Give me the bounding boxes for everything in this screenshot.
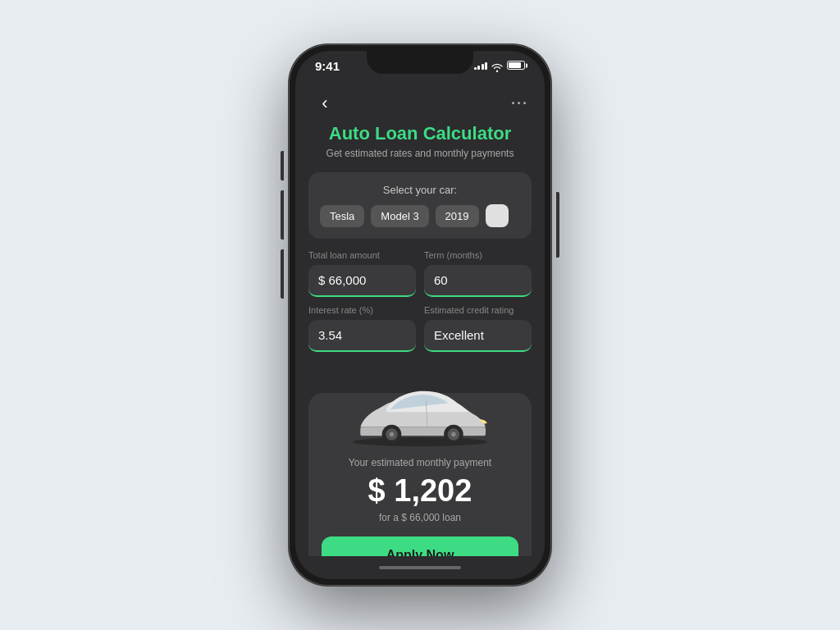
home-indicator (295, 556, 545, 579)
svg-point-7 (451, 432, 455, 436)
page-title: Auto Loan Calculator (312, 123, 528, 144)
apply-now-button[interactable]: Apply Now (322, 536, 518, 556)
term-label: Term (months) (424, 250, 532, 260)
car-selector-label: Select your car: (320, 184, 520, 196)
term-input[interactable]: 60 (424, 265, 532, 297)
battery-icon (507, 61, 525, 70)
status-time: 9:41 (315, 59, 340, 73)
car-year-tag[interactable]: 2019 (436, 205, 479, 227)
volume-mute-button (281, 151, 284, 180)
loan-amount-label: Total loan amount (308, 250, 416, 260)
interest-rate-input[interactable]: 3.54 (308, 320, 416, 352)
more-button[interactable]: ··· (511, 95, 528, 112)
notch (367, 51, 473, 74)
results-section: Your estimated monthly payment $ 1,202 f… (308, 393, 532, 556)
car-color-picker[interactable] (486, 204, 509, 227)
volume-down-button (281, 249, 284, 299)
car-image-container (322, 373, 518, 447)
interest-rate-field: Interest rate (%) 3.54 (308, 305, 416, 352)
loan-amount-input[interactable]: $ 66,000 (308, 265, 416, 297)
credit-rating-label: Estimated credit rating (424, 305, 532, 315)
status-icons (474, 61, 526, 70)
loan-amount-field: Total loan amount $ 66,000 (308, 250, 416, 297)
home-bar (379, 566, 461, 569)
header: Auto Loan Calculator Get estimated rates… (295, 123, 545, 172)
scroll-content: Select your car: Tesla Model 3 2019 Tota… (295, 172, 545, 556)
credit-rating-field: Estimated credit rating Excellent (424, 305, 532, 352)
car-image (338, 373, 502, 447)
back-button[interactable]: ‹ (312, 90, 338, 116)
car-tags: Tesla Model 3 2019 (320, 204, 520, 227)
car-model-tag[interactable]: Model 3 (371, 205, 428, 227)
volume-up-button (281, 190, 284, 240)
payment-amount: $ 1,202 (322, 473, 518, 509)
car-selector-section: Select your car: Tesla Model 3 2019 (308, 172, 532, 239)
page-subtitle: Get estimated rates and monthly payments (312, 148, 528, 159)
svg-rect-1 (360, 427, 486, 436)
top-nav: ‹ ··· (295, 87, 545, 123)
term-field: Term (months) 60 (424, 250, 532, 297)
svg-point-0 (353, 437, 487, 446)
signal-icon (474, 61, 488, 70)
results-wrapper: Your estimated monthly payment $ 1,202 f… (308, 393, 532, 556)
power-button (556, 192, 559, 258)
payment-detail: for a $ 66,000 loan (322, 512, 518, 523)
wifi-icon (491, 61, 503, 70)
form-row-rate-credit: Interest rate (%) 3.54 Estimated credit … (308, 305, 532, 352)
svg-point-4 (390, 432, 394, 436)
app-content: ‹ ··· Auto Loan Calculator Get estimated… (295, 87, 545, 579)
form-row-loan-term: Total loan amount $ 66,000 Term (months)… (308, 250, 532, 297)
credit-rating-input[interactable]: Excellent (424, 320, 532, 352)
estimated-label: Your estimated monthly payment (322, 457, 518, 468)
interest-rate-label: Interest rate (%) (308, 305, 416, 315)
car-make-tag[interactable]: Tesla (320, 205, 364, 227)
